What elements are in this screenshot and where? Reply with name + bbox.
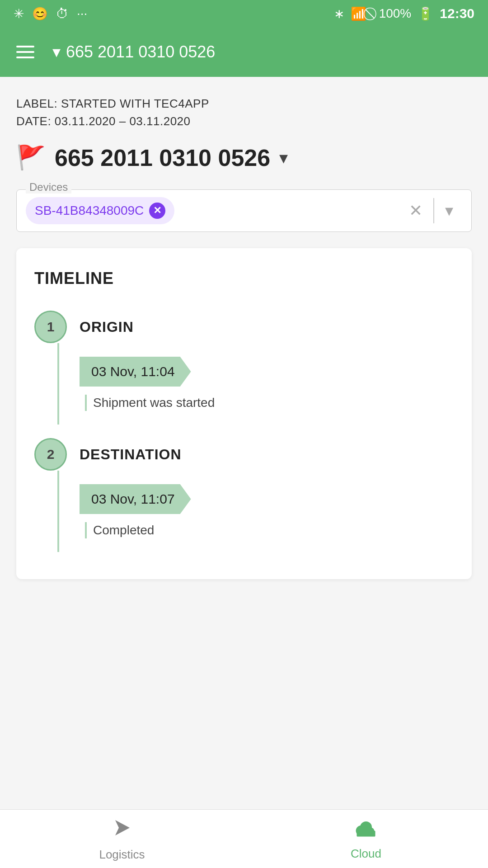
devices-inner: SB-41B84348009C ✕ ✕ ▾	[26, 197, 462, 224]
destination-badge: 03 Nov, 11:07	[80, 484, 191, 514]
app-icon-1: ✳	[14, 6, 24, 21]
meta-info: LABEL: STARTED WITH TEC4APP DATE: 03.11.…	[16, 95, 472, 130]
devices-label: Devices	[26, 181, 71, 193]
header-chevron-down-icon: ▾	[52, 42, 61, 61]
timeline-body-1: 03 Nov, 11:04 Shipment was started	[67, 343, 215, 425]
app-header: ▾ 665 2011 0310 0526	[0, 27, 488, 77]
status-right-icons: ∗ 📶 ⃠ 100% 🔋 12:30	[334, 6, 474, 21]
status-bar: ✳ 😊 ⏱ ··· ∗ 📶 ⃠ 100% 🔋 12:30	[0, 0, 488, 27]
app-icon-3: ⏱	[56, 6, 69, 21]
timeline: 1 ORIGIN 03 Nov, 11:04 Shipment was sta	[34, 311, 454, 552]
timeline-connector-2	[34, 471, 67, 552]
timeline-circle-2: 2	[34, 438, 67, 471]
devices-actions: ✕ ▾	[400, 198, 462, 223]
timeline-circle-1: 1	[34, 311, 67, 343]
destination-note: Completed	[80, 522, 191, 538]
timeline-card: TIMELINE 1 ORIGIN 03 Nov,	[16, 248, 472, 579]
logistics-label: Logistics	[99, 848, 145, 862]
timeline-body-2: 03 Nov, 11:07 Completed	[67, 471, 191, 552]
origin-note: Shipment was started	[80, 395, 215, 411]
bottom-nav: Logistics Cloud	[0, 809, 488, 868]
menu-button[interactable]	[16, 46, 34, 58]
origin-badge: 03 Nov, 11:04	[80, 357, 191, 387]
svg-marker-0	[115, 820, 130, 835]
cloud-icon	[353, 817, 379, 843]
timeline-item-destination: 2 DESTINATION 03 Nov, 11:07 Completed	[34, 438, 454, 552]
date-line: DATE: 03.11.2020 – 03.11.2020	[16, 113, 472, 130]
battery-icon: 🔋	[418, 6, 433, 21]
devices-dropdown-button[interactable]: ▾	[436, 201, 462, 220]
devices-section: Devices SB-41B84348009C ✕ ✕ ▾	[16, 189, 472, 232]
timeline-line-1	[57, 343, 59, 425]
header-shipment-number: 665 2011 0310 0526	[66, 42, 215, 61]
wifi-icon: 📶	[351, 6, 366, 21]
timeline-header-origin: 1 ORIGIN	[34, 311, 454, 343]
app-icon-2: 😊	[32, 6, 48, 21]
header-title-container[interactable]: ▾ 665 2011 0310 0526	[52, 42, 215, 61]
timeline-connector-1	[34, 343, 67, 425]
svg-rect-4	[357, 830, 375, 836]
battery-percent: 100%	[379, 6, 412, 21]
timeline-body-wrapper-1: 03 Nov, 11:04 Shipment was started	[34, 343, 454, 425]
shipment-chevron-icon: ▾	[279, 148, 288, 168]
timeline-item-origin: 1 ORIGIN 03 Nov, 11:04 Shipment was sta	[34, 311, 454, 425]
device-chip-close-button[interactable]: ✕	[149, 203, 165, 219]
flag-icon: 🚩	[16, 144, 46, 171]
timeline-header-destination: 2 DESTINATION	[34, 438, 454, 471]
destination-label: DESTINATION	[80, 446, 182, 463]
nav-item-cloud[interactable]: Cloud	[321, 817, 411, 861]
devices-clear-button[interactable]: ✕	[400, 201, 432, 220]
devices-divider	[433, 198, 434, 223]
label-line: LABEL: STARTED WITH TEC4APP	[16, 95, 472, 113]
device-chip-text: SB-41B84348009C	[35, 203, 144, 218]
status-left-icons: ✳ 😊 ⏱ ···	[14, 6, 87, 21]
main-content: LABEL: STARTED WITH TEC4APP DATE: 03.11.…	[0, 77, 488, 809]
shipment-number: 665 2011 0310 0526	[55, 144, 270, 171]
origin-label: ORIGIN	[80, 319, 134, 335]
timeline-body-wrapper-2: 03 Nov, 11:07 Completed	[34, 471, 454, 552]
cloud-label: Cloud	[351, 847, 381, 861]
bluetooth-icon: ∗	[334, 6, 344, 21]
app-icon-4: ···	[77, 6, 87, 21]
timeline-line-2	[57, 471, 59, 552]
logistics-icon	[111, 816, 133, 844]
device-chip[interactable]: SB-41B84348009C ✕	[26, 197, 174, 224]
status-time: 12:30	[440, 6, 474, 21]
nav-item-logistics[interactable]: Logistics	[77, 816, 167, 862]
shipment-title[interactable]: 🚩 665 2011 0310 0526 ▾	[16, 144, 472, 171]
timeline-title: TIMELINE	[34, 269, 454, 288]
